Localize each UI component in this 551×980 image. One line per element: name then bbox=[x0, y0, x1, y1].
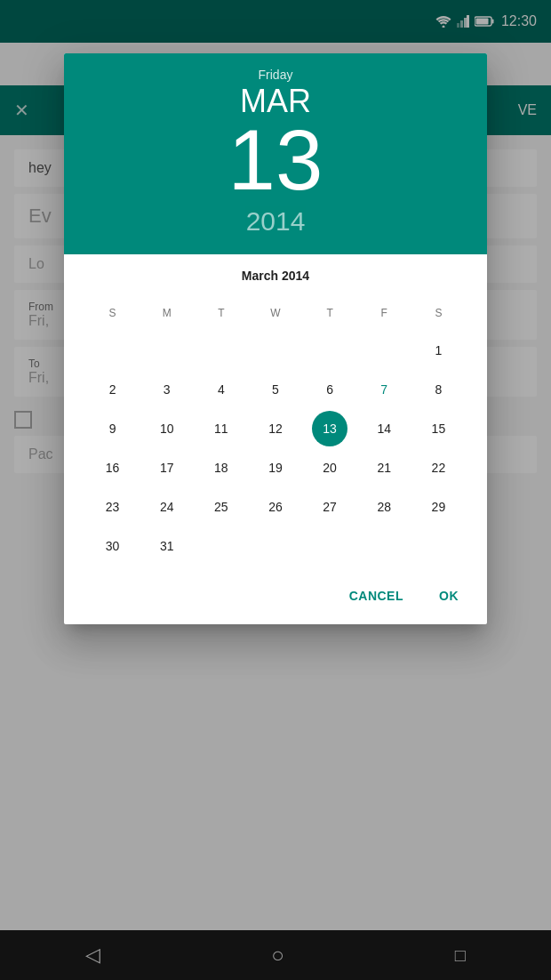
date-picker-dialog: Friday MAR 13 2014 March 2014 S M T W T … bbox=[64, 53, 487, 624]
calendar-week-2: 2 3 4 5 6 7 8 bbox=[85, 372, 466, 407]
day-cell-empty-8 bbox=[258, 528, 293, 564]
day-cell-3[interactable]: 3 bbox=[149, 372, 185, 407]
day-cell-27[interactable]: 27 bbox=[312, 489, 347, 525]
day-cell-15[interactable]: 15 bbox=[420, 411, 456, 446]
day-cell-1[interactable]: 1 bbox=[420, 333, 456, 368]
day-cell-empty-9 bbox=[312, 528, 347, 564]
calendar-body: March 2014 S M T W T F S 1 bbox=[64, 254, 487, 574]
calendar-month-title: March 2014 bbox=[85, 269, 466, 283]
day-cell-28[interactable]: 28 bbox=[366, 489, 402, 525]
day-header-mon: M bbox=[149, 297, 185, 329]
day-cell-26[interactable]: 26 bbox=[258, 489, 293, 525]
day-cell-24[interactable]: 24 bbox=[149, 489, 185, 525]
day-cell-31[interactable]: 31 bbox=[149, 528, 185, 564]
day-cell-16[interactable]: 16 bbox=[95, 450, 131, 486]
day-cell-17[interactable]: 17 bbox=[149, 450, 185, 486]
calendar-week-3: 9 10 11 12 13 14 15 bbox=[85, 411, 466, 446]
day-cell-2[interactable]: 2 bbox=[95, 372, 131, 407]
day-cell-4[interactable]: 4 bbox=[204, 372, 239, 407]
day-cell-30[interactable]: 30 bbox=[95, 528, 131, 564]
day-cell-29[interactable]: 29 bbox=[420, 489, 456, 525]
day-header-sun: S bbox=[95, 297, 131, 329]
day-cell-empty-2 bbox=[149, 333, 185, 368]
day-header-sat: S bbox=[420, 297, 456, 329]
day-cell-22[interactable]: 22 bbox=[420, 450, 456, 486]
day-header-tue: T bbox=[204, 297, 239, 329]
day-cell-empty-11 bbox=[420, 528, 456, 564]
header-day-num: 13 bbox=[85, 117, 466, 203]
day-cell-13[interactable]: 13 bbox=[312, 411, 347, 446]
day-cell-20[interactable]: 20 bbox=[312, 450, 347, 486]
day-cell-empty-6 bbox=[366, 333, 402, 368]
calendar-week-6: 30 31 bbox=[85, 528, 466, 564]
calendar-week-4: 16 17 18 19 20 21 22 bbox=[85, 450, 466, 486]
day-header-wed: W bbox=[258, 297, 293, 329]
day-cell-11[interactable]: 11 bbox=[204, 411, 239, 446]
day-cell-9[interactable]: 9 bbox=[95, 411, 131, 446]
date-header: Friday MAR 13 2014 bbox=[64, 53, 487, 254]
dialog-actions: CANCEL OK bbox=[64, 574, 487, 624]
day-cell-empty-5 bbox=[312, 333, 347, 368]
day-cell-8[interactable]: 8 bbox=[420, 372, 456, 407]
day-header-thu: T bbox=[312, 297, 347, 329]
cancel-button[interactable]: CANCEL bbox=[335, 582, 418, 610]
day-cell-21[interactable]: 21 bbox=[366, 450, 402, 486]
header-year: 2014 bbox=[85, 206, 466, 237]
day-cell-6[interactable]: 6 bbox=[312, 372, 347, 407]
day-cell-empty-7 bbox=[204, 528, 239, 564]
day-cell-10[interactable]: 10 bbox=[149, 411, 185, 446]
calendar-grid: S M T W T F S 1 2 3 4 bbox=[85, 297, 466, 564]
header-day-of-week: Friday bbox=[85, 68, 466, 82]
day-cell-empty-10 bbox=[366, 528, 402, 564]
day-cell-19[interactable]: 19 bbox=[258, 450, 293, 486]
day-cell-25[interactable]: 25 bbox=[204, 489, 239, 525]
day-cell-empty-3 bbox=[204, 333, 239, 368]
day-cell-empty-1 bbox=[95, 333, 131, 368]
day-cell-empty-4 bbox=[258, 333, 293, 368]
day-cell-14[interactable]: 14 bbox=[366, 411, 402, 446]
day-headers-row: S M T W T F S bbox=[85, 297, 466, 329]
calendar-week-1: 1 bbox=[85, 333, 466, 368]
day-cell-23[interactable]: 23 bbox=[95, 489, 131, 525]
day-cell-7[interactable]: 7 bbox=[366, 372, 402, 407]
day-header-fri: F bbox=[366, 297, 402, 329]
day-cell-18[interactable]: 18 bbox=[204, 450, 239, 486]
day-cell-5[interactable]: 5 bbox=[258, 372, 293, 407]
ok-button[interactable]: OK bbox=[425, 582, 473, 610]
calendar-week-5: 23 24 25 26 27 28 29 bbox=[85, 489, 466, 525]
day-cell-12[interactable]: 12 bbox=[258, 411, 293, 446]
